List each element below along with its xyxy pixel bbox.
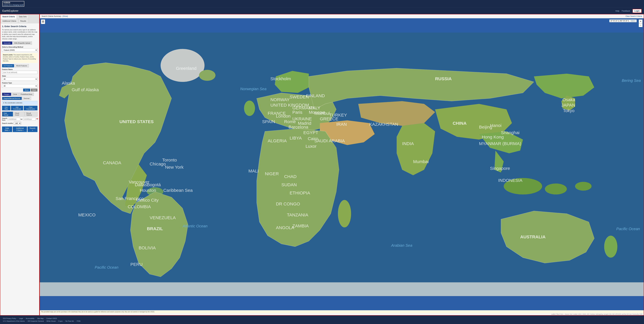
search-months-select[interactable]: (all) (14, 122, 21, 125)
date-range-tab[interactable]: Date Range (2, 112, 13, 116)
feedback-link[interactable]: Feedback (622, 10, 630, 12)
decimal-tab[interactable]: Decimal (22, 97, 31, 100)
map-header: Search Criteria Summary (Show) Clear Sea… (40, 14, 644, 18)
svg-text:FINLAND: FINLAND (306, 93, 325, 98)
foia-link[interactable]: FOIA (77, 320, 80, 322)
contact-usgs-link[interactable]: Contact USGS (46, 318, 57, 319)
use-map-button[interactable]: Use Map (2, 106, 10, 110)
results-nav-button[interactable]: Results » (28, 126, 38, 132)
header-links: Help Feedback Login (616, 9, 642, 13)
help-link[interactable]: Help (616, 10, 620, 12)
svg-text:London: London (276, 114, 290, 118)
svg-text:AUSTRALIA: AUSTRALIA (520, 234, 546, 239)
usgs-logo: ≡USGS science for a changing world (2, 1, 24, 7)
svg-text:JAPAN: JAPAN (561, 103, 575, 108)
data-sets-nav-button[interactable]: Data Sets » (2, 126, 12, 132)
legal-link[interactable]: Legal (19, 318, 23, 319)
svg-text:INDIA: INDIA (402, 141, 414, 146)
search-section-title: 1. Enter Search Criteria (2, 25, 38, 28)
map-container[interactable]: UNITED STATES CANADA BRAZIL COLOMBIA BOL… (40, 18, 644, 310)
top-navigation: ≡USGS science for a changing world (0, 0, 644, 8)
kml-upload-tab[interactable]: KML/Shapefile Upload (12, 42, 32, 45)
svg-text:Caribbean Sea: Caribbean Sea (163, 188, 192, 193)
nav-buttons: Data Sets » Additional Criteria » Result… (2, 126, 38, 132)
site-map-link[interactable]: Site Map (37, 318, 44, 319)
options-link[interactable]: Options (631, 20, 636, 22)
state-label: State (2, 75, 38, 77)
svg-text:BRAZIL: BRAZIL (147, 226, 163, 231)
svg-text:IRAN: IRAN (336, 122, 347, 127)
main-tabs: Search Criteria Data Sets Additional Cri… (0, 14, 39, 23)
svg-text:Rome: Rome (284, 119, 296, 124)
geocoder-tab[interactable]: Geocoder (2, 42, 12, 45)
predefined-area-tab[interactable]: Predefined Area (19, 93, 34, 96)
svg-text:MEXICO: MEXICO (78, 212, 96, 217)
svg-text:INDONESIA: INDONESIA (498, 178, 522, 183)
tab-results[interactable]: Results (18, 19, 28, 23)
accessibility-link[interactable]: Accessibility (26, 318, 34, 319)
search-to-label: to: (21, 118, 22, 120)
show-summary-link[interactable]: (Show) (62, 15, 68, 17)
white-house-link[interactable]: White House (46, 320, 56, 322)
no-fear-act-link[interactable]: No Fear Act (66, 320, 74, 322)
additional-criteria-nav-button[interactable]: Additional Criteria » (13, 126, 27, 132)
search-from-input[interactable] (8, 118, 20, 120)
result-options-tab[interactable]: Result Options (25, 112, 38, 116)
svg-text:RUSSIA: RUSSIA (435, 76, 452, 81)
left-panel: Search Criteria Data Sets Additional Cri… (0, 14, 40, 316)
polygon-tab[interactable]: Polygon (2, 93, 11, 96)
site-footer: DOI Privacy Policy | Legal | Accessibili… (0, 316, 644, 324)
svg-text:ANGOLA: ANGOLA (276, 225, 294, 230)
tab-data-sets[interactable]: Data Sets (17, 15, 28, 19)
svg-text:Pacific Ocean: Pacific Ocean (616, 227, 640, 231)
svg-text:Barcelona: Barcelona (288, 124, 308, 130)
svg-text:Tokyo: Tokyo (563, 108, 574, 113)
search-to-input[interactable] (23, 118, 36, 120)
zoom-controls: + − (639, 20, 642, 27)
layer-control[interactable] (41, 20, 45, 24)
cloud-cover-tab[interactable]: Cloud Cover (13, 112, 24, 116)
clear-search-criteria-link[interactable]: Clear Search Criteria (626, 15, 642, 17)
degree-minute-second-tab[interactable]: Degree/Minute/Second (2, 97, 22, 100)
footer-links-row1: DOI Privacy Policy | Legal | Accessibili… (3, 318, 641, 319)
svg-text:Arabian Sea: Arabian Sea (391, 243, 412, 248)
svg-text:CHINA: CHINA (453, 121, 466, 126)
clear-button[interactable]: Clear (31, 88, 38, 92)
svg-text:Mexico City: Mexico City (136, 198, 158, 202)
doi-privacy-link[interactable]: DOI Privacy Policy (3, 318, 16, 319)
doi-inspector-link[interactable]: DOI Inspector General (28, 320, 44, 322)
world-map-svg[interactable]: UNITED STATES CANADA BRAZIL COLOMBIA BOL… (40, 18, 644, 310)
svg-text:NIGER: NIGER (265, 171, 279, 176)
svg-text:Hong Kong: Hong Kong (482, 134, 504, 140)
tab-search-criteria[interactable]: Search Criteria (0, 15, 17, 19)
show-button[interactable]: Show (23, 88, 30, 92)
circle-tab[interactable]: Circle (12, 93, 19, 96)
svg-text:Moscow: Moscow (309, 110, 325, 115)
world-features-button[interactable]: World Features (15, 64, 29, 67)
svg-point-3 (199, 70, 216, 81)
svg-text:BOLIVIA: BOLIVIA (138, 246, 156, 250)
map-footer-notice: The provided maps are not for purchase o… (40, 310, 644, 313)
search-limits-notice: Search Limits: The search result limit i… (2, 53, 38, 63)
doi-link[interactable]: U.S. Department of the Interior (3, 320, 25, 322)
us-features-button[interactable]: US Features (2, 64, 14, 67)
state-select[interactable]: All (2, 77, 38, 81)
layers-icon (42, 20, 44, 23)
feature-type-select[interactable]: All (2, 84, 38, 88)
clear-coordinates-button[interactable]: Clear Coordinates (24, 106, 38, 110)
feature-name-input[interactable] (2, 71, 38, 74)
zoom-in-button[interactable]: + (639, 20, 642, 23)
tab-additional-criteria[interactable]: Additional Criteria (0, 19, 18, 23)
calendar-icon[interactable]: 📅 (36, 118, 38, 120)
map-footer-text: The provided maps are not for purchase o… (41, 311, 155, 312)
add-coordinate-button[interactable]: Add Coordinate (11, 106, 23, 110)
app-title: EarthExplorer (2, 9, 18, 12)
svg-text:ALGERIA: ALGERIA (268, 138, 287, 143)
geocoding-method-select[interactable]: Feature (GNIS) (2, 48, 38, 52)
footer-links-row2: U.S. Department of the Interior | DOI In… (3, 320, 641, 322)
login-button[interactable]: Login (632, 9, 642, 13)
egov-link[interactable]: E-gov (58, 320, 63, 322)
zoom-out-button[interactable]: − (639, 23, 642, 27)
svg-text:ITALY: ITALY (309, 106, 320, 110)
attribution-text: Leaflet | Tiles © Esri — Source: Esri, i… (551, 314, 642, 315)
